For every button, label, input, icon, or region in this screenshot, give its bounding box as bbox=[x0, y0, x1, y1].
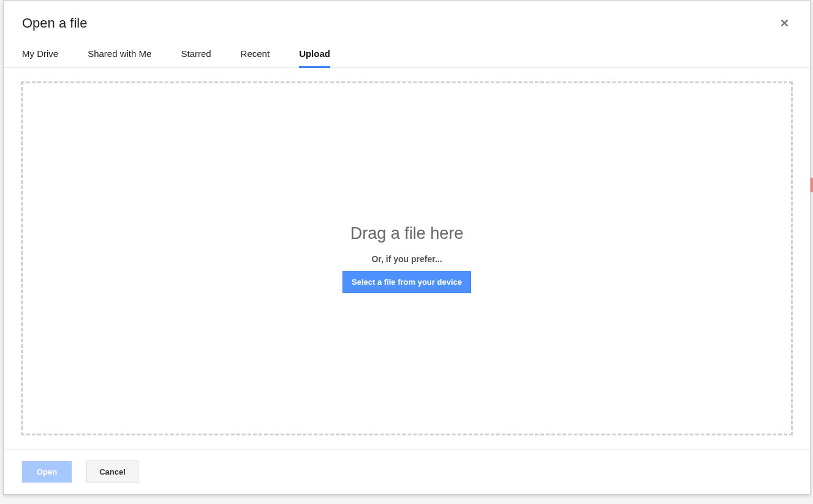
tabs-bar: My Drive Shared with Me Starred Recent U… bbox=[4, 31, 810, 68]
dialog-header: Open a file ✕ bbox=[4, 1, 810, 31]
drop-zone-title: Drag a file here bbox=[350, 224, 464, 243]
tab-upload[interactable]: Upload bbox=[299, 48, 330, 67]
open-button[interactable]: Open bbox=[22, 461, 72, 483]
upload-drop-zone[interactable]: Drag a file here Or, if you prefer... Se… bbox=[21, 81, 793, 435]
select-file-button[interactable]: Select a file from your device bbox=[342, 271, 471, 293]
tab-shared-with-me[interactable]: Shared with Me bbox=[88, 48, 151, 67]
close-icon[interactable]: ✕ bbox=[777, 15, 792, 31]
open-file-dialog: Open a file ✕ My Drive Shared with Me St… bbox=[3, 0, 811, 495]
dialog-footer: Open Cancel bbox=[4, 449, 810, 494]
content-area: Drag a file here Or, if you prefer... Se… bbox=[4, 68, 810, 449]
tab-recent[interactable]: Recent bbox=[241, 48, 270, 67]
tab-starred[interactable]: Starred bbox=[181, 48, 211, 67]
tab-my-drive[interactable]: My Drive bbox=[22, 48, 58, 67]
dialog-title: Open a file bbox=[22, 15, 87, 31]
cancel-button[interactable]: Cancel bbox=[86, 461, 138, 483]
drop-zone-subtitle: Or, if you prefer... bbox=[371, 254, 442, 264]
